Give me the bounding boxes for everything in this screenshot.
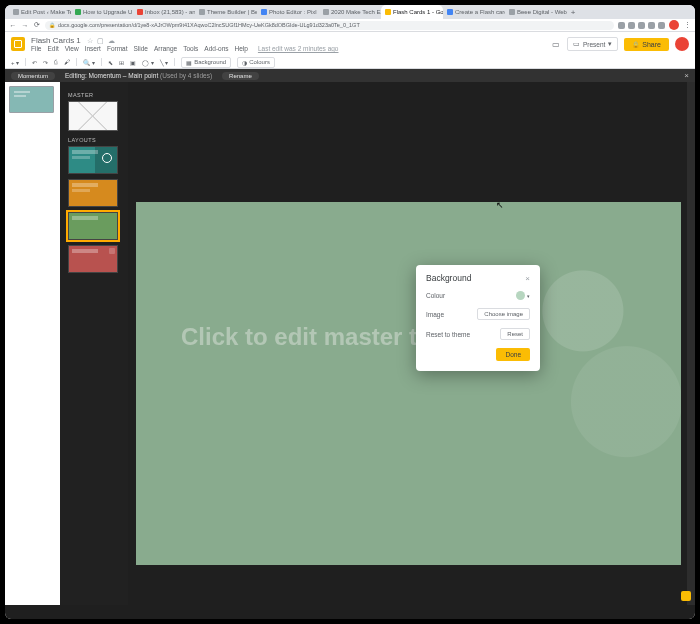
tab-label: 2020 Make Tech Ea <box>331 9 381 15</box>
menu-bar: File Edit View Insert Format Slide Arran… <box>31 45 338 52</box>
master-thumbnail[interactable] <box>68 101 118 131</box>
account-avatar[interactable] <box>675 37 689 51</box>
extension-icon[interactable] <box>628 22 635 29</box>
select-tool[interactable]: ⬉ <box>108 59 113 66</box>
tab-label: Create a Flash card <box>455 9 505 15</box>
browser-tab[interactable]: Create a Flash card× <box>443 5 505 19</box>
extension-icon[interactable] <box>648 22 655 29</box>
extensions <box>618 22 665 29</box>
move-icon[interactable]: ▢ <box>97 37 104 45</box>
paint-format-button[interactable]: 🖌 <box>64 59 70 65</box>
layout-thumbnail[interactable] <box>68 245 118 273</box>
browser-tab[interactable]: Photo Editor : Pixl× <box>257 5 319 19</box>
print-button[interactable]: ⎙ <box>54 59 58 65</box>
slide-canvas[interactable]: Click to edit master title style <box>136 202 681 565</box>
shape-tool[interactable]: ◯ ▾ <box>142 59 154 66</box>
comments-icon[interactable]: ▭ <box>551 39 561 49</box>
menu-insert[interactable]: Insert <box>85 45 101 52</box>
colours-label: Colours <box>249 59 270 65</box>
master-section-label: MASTER <box>68 92 120 98</box>
theme-editor-bar: Momentum Editing: Momentum – Main point … <box>5 69 695 82</box>
browser-tab[interactable]: Beee Digital - Web× <box>505 5 567 19</box>
undo-button[interactable]: ↶ <box>32 59 37 66</box>
toolbar: + ▾ ↶ ↷ ⎙ 🖌 🔍 ▾ ⬉ ⊞ ▣ ◯ ▾ ╲ ▾ ▦ Backgrou… <box>5 56 695 69</box>
favicon <box>137 9 143 15</box>
image-label: Image <box>426 311 444 318</box>
app-header: Flash Cards 1 ☆ ▢ ☁ File Edit View Inser… <box>5 32 695 56</box>
colour-label: Colour <box>426 292 445 299</box>
menu-slide[interactable]: Slide <box>134 45 148 52</box>
tab-label: Flash Cards 1 - Goo <box>393 9 443 15</box>
share-button[interactable]: 🔒 Share <box>624 38 669 51</box>
background-button[interactable]: ▦ Background <box>181 57 231 68</box>
browser-tab[interactable]: Theme Builder | Be× <box>195 5 257 19</box>
colours-button[interactable]: ◑ Colours <box>237 57 275 68</box>
close-theme-editor-icon[interactable]: × <box>684 71 689 80</box>
menu-addons[interactable]: Add-ons <box>204 45 228 52</box>
forward-button[interactable]: → <box>21 22 29 29</box>
layout-thumbnail[interactable] <box>68 146 118 174</box>
menu-arrange[interactable]: Arrange <box>154 45 177 52</box>
close-dialog-icon[interactable]: × <box>525 274 530 283</box>
browser-tab-strip: Edit Post ‹ Make Te× How to Upgrade U× I… <box>5 5 695 19</box>
theme-name-pill[interactable]: Momentum <box>11 72 55 80</box>
vertical-scrollbar[interactable] <box>687 82 695 605</box>
lock-icon: 🔒 <box>632 41 639 48</box>
layouts-panel: MASTER LAYOUTS <box>60 82 128 605</box>
document-title[interactable]: Flash Cards 1 <box>31 36 81 45</box>
chevron-down-icon: ▾ <box>608 40 612 48</box>
menu-edit[interactable]: Edit <box>47 45 58 52</box>
tab-label: Inbox (21,583) - an <box>145 9 195 15</box>
extension-icon[interactable] <box>618 22 625 29</box>
menu-view[interactable]: View <box>65 45 79 52</box>
tab-label: How to Upgrade U <box>83 9 132 15</box>
slide-thumbnail[interactable] <box>9 86 54 113</box>
reset-button[interactable]: Reset <box>500 328 530 340</box>
present-button[interactable]: ▭ Present ▾ <box>567 37 618 51</box>
slides-logo-icon[interactable] <box>11 37 25 51</box>
menu-file[interactable]: File <box>31 45 41 52</box>
slide-canvas-area: Click to edit master title style ↖ Backg… <box>128 82 695 605</box>
chevron-down-icon: ▾ <box>527 293 530 299</box>
menu-format[interactable]: Format <box>107 45 128 52</box>
menu-help[interactable]: Help <box>235 45 248 52</box>
extension-icon[interactable] <box>658 22 665 29</box>
image-tool[interactable]: ▣ <box>130 59 136 66</box>
extension-icon[interactable] <box>638 22 645 29</box>
browser-tab-active[interactable]: Flash Cards 1 - Goo× <box>381 5 443 19</box>
menu-button[interactable]: ⋮ <box>683 21 691 29</box>
redo-button[interactable]: ↷ <box>43 59 48 66</box>
browser-tab[interactable]: Inbox (21,583) - an× <box>133 5 195 19</box>
star-icon[interactable]: ☆ <box>87 37 93 45</box>
back-button[interactable]: ← <box>9 22 17 29</box>
cloud-icon[interactable]: ☁ <box>108 37 115 45</box>
line-tool[interactable]: ╲ ▾ <box>160 59 169 66</box>
last-edit-link[interactable]: Last edit was 2 minutes ago <box>258 45 339 52</box>
background-icon: ▦ <box>186 59 192 66</box>
choose-image-button[interactable]: Choose image <box>477 308 530 320</box>
layout-thumbnail-selected[interactable] <box>68 212 118 240</box>
profile-avatar[interactable] <box>669 20 679 30</box>
done-button[interactable]: Done <box>496 348 530 361</box>
menu-tools[interactable]: Tools <box>183 45 198 52</box>
address-bar[interactable]: 🔒 docs.google.com/presentation/d/1ye8-xA… <box>45 21 614 30</box>
editing-label: Editing: Momentum – Main point (Used by … <box>65 72 212 79</box>
colour-picker[interactable]: ▾ <box>516 291 530 300</box>
new-tab-button[interactable]: + <box>567 5 579 19</box>
favicon <box>509 9 515 15</box>
reset-label: Reset to theme <box>426 331 470 338</box>
zoom-button[interactable]: 🔍 ▾ <box>83 59 95 66</box>
share-label: Share <box>642 41 661 48</box>
tab-label: Photo Editor : Pixl <box>269 9 317 15</box>
url-text: docs.google.com/presentation/d/1ye8-xAJr… <box>58 22 360 28</box>
new-slide-button[interactable]: + ▾ <box>11 59 19 66</box>
main-area: MASTER LAYOUTS Click to edit master titl… <box>5 82 695 605</box>
explore-button[interactable] <box>681 591 691 601</box>
reload-button[interactable]: ⟳ <box>33 21 41 29</box>
rename-button[interactable]: Rename <box>222 72 259 80</box>
browser-tab[interactable]: 2020 Make Tech Ea× <box>319 5 381 19</box>
browser-tab[interactable]: How to Upgrade U× <box>71 5 133 19</box>
textbox-tool[interactable]: ⊞ <box>119 59 124 66</box>
browser-tab[interactable]: Edit Post ‹ Make Te× <box>9 5 71 19</box>
layout-thumbnail[interactable] <box>68 179 118 207</box>
